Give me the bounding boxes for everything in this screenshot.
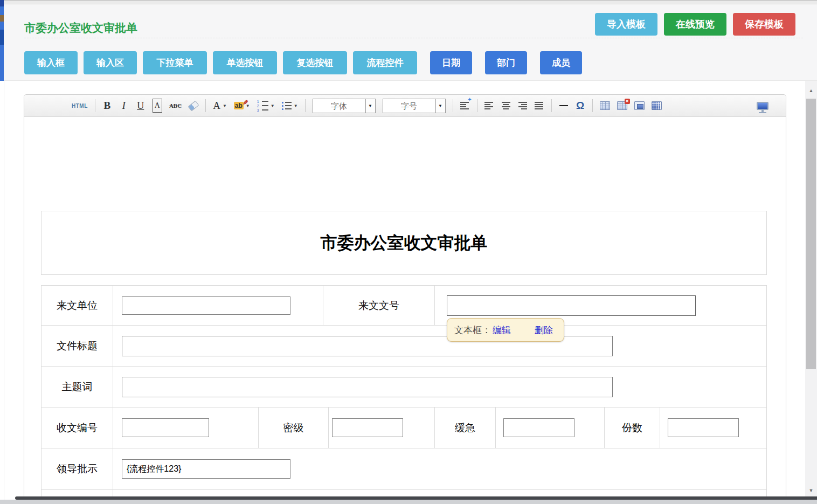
table-row: 文件标题 — [41, 326, 766, 367]
unordered-list-icon[interactable]: ▼ — [282, 99, 298, 113]
control-tooltip: 文本框： 编辑 删除 — [447, 318, 564, 342]
table-row: 主题词 — [41, 367, 766, 408]
toolbar-separator — [205, 99, 206, 112]
underline-icon[interactable]: U — [136, 99, 146, 113]
scrollbar-thumb[interactable] — [806, 99, 816, 369]
label-shouwen-bianhao: 收文编号 — [41, 408, 113, 448]
page-header: 市委办公室收文审批单 导入模板 在线预览 保存模板 输入框 输入区 下拉菜单 单… — [4, 4, 817, 81]
lingdao-pishi-input[interactable] — [122, 459, 290, 479]
input-box-button[interactable]: 输入框 — [24, 51, 78, 74]
cell — [113, 408, 259, 448]
left-edge-segment — [0, 0, 4, 6]
checkbox-button[interactable]: 复选按钮 — [283, 51, 347, 74]
edit-link[interactable]: 编辑 — [493, 324, 511, 336]
scroll-down-arrow[interactable]: ▼ — [805, 485, 817, 496]
chevron-down-icon: ▼ — [365, 99, 375, 113]
html-source-icon[interactable]: HTML — [72, 99, 88, 113]
miji-input[interactable] — [332, 418, 403, 437]
cell — [113, 367, 766, 407]
bottom-edge-grey-strip — [0, 500, 817, 504]
toolbar-separator — [477, 99, 477, 112]
label-laiwen-danwei: 来文单位 — [41, 286, 113, 325]
cell — [660, 408, 766, 448]
online-preview-button[interactable]: 在线预览 — [664, 13, 726, 36]
shouwen-bianhao-input[interactable] — [122, 418, 209, 437]
eraser-shape — [188, 100, 199, 111]
align-right-icon[interactable] — [518, 99, 528, 113]
document-title-cell: 市委办公室收文审批单 — [41, 211, 767, 275]
eraser-icon[interactable] — [189, 99, 198, 113]
form-table: 来文单位 来文文号 文件标题 主题词 — [41, 285, 767, 499]
font-size-select[interactable]: 字号 ▼ — [383, 99, 446, 113]
editor-toolbar: HTML B I U A ABC A▼ ab▼ 1 2 3 ▼ ▼ 字体 ▼ — [24, 95, 786, 117]
font-color-icon[interactable]: A▼ — [213, 99, 227, 113]
vertical-scrollbar[interactable]: ▲ ▼ — [805, 81, 817, 504]
horizontal-rule-icon[interactable] — [559, 99, 569, 113]
cell — [496, 408, 605, 448]
page-left-border — [4, 81, 4, 504]
page-title: 市委办公室收文审批单 — [24, 20, 137, 36]
bold-icon[interactable]: B — [102, 99, 112, 113]
input-area-button[interactable]: 输入区 — [84, 51, 137, 74]
date-button[interactable]: 日期 — [430, 51, 472, 74]
editor-content[interactable]: 市委办公室收文审批单 来文单位 来文文号 文件标题 — [24, 117, 786, 499]
style-box-icon[interactable]: A — [153, 99, 162, 113]
table-grid-icon[interactable] — [652, 99, 662, 113]
label-zhutici: 主题词 — [41, 367, 113, 407]
special-char-icon[interactable]: Ω — [576, 99, 585, 113]
left-edge-strip — [0, 0, 4, 81]
toolbar-separator — [95, 99, 95, 112]
label-huanji: 缓急 — [435, 408, 496, 448]
toolbar-separator — [551, 99, 552, 112]
radio-button[interactable]: 单选按钮 — [213, 51, 277, 74]
flow-control-button[interactable]: 流程控件 — [353, 51, 417, 74]
laiwen-wenhao-input[interactable] — [447, 295, 696, 316]
left-edge-segment — [0, 15, 4, 22]
table-row: 来文单位 来文文号 — [41, 286, 766, 326]
cell — [113, 286, 323, 325]
widget-toolbar: 输入框 输入区 下拉菜单 单选按钮 复选按钮 流程控件 日期 部门 成员 — [24, 51, 582, 74]
font-family-select[interactable]: 字体 ▼ — [313, 99, 376, 113]
highlight-icon[interactable]: ab▼ — [234, 99, 250, 113]
dropdown-button[interactable]: 下拉菜单 — [143, 51, 207, 74]
dashed-separator — [24, 38, 803, 38]
strikethrough-icon[interactable]: ABC — [169, 99, 182, 113]
insert-table-icon[interactable] — [600, 99, 610, 113]
document-title: 市委办公室收文审批单 — [321, 232, 488, 254]
cell — [113, 326, 766, 366]
cell — [329, 408, 435, 448]
left-edge-segment — [0, 30, 4, 45]
label-wenjian-biaoti: 文件标题 — [41, 326, 113, 366]
chevron-down-icon: ▼ — [271, 103, 275, 108]
fenshu-input[interactable] — [668, 418, 739, 437]
laiwen-danwei-input[interactable] — [122, 296, 290, 315]
huanji-input[interactable] — [503, 418, 574, 437]
chevron-down-icon: ▼ — [294, 103, 298, 108]
label-fenshu: 份数 — [605, 408, 660, 448]
delete-table-icon[interactable] — [617, 99, 627, 113]
save-template-button[interactable]: 保存模板 — [733, 13, 795, 36]
label-lingdao-pishi: 领导批示 — [41, 448, 113, 489]
italic-icon[interactable]: I — [119, 99, 129, 113]
align-left-icon[interactable] — [484, 99, 494, 113]
chevron-down-icon: ▼ — [435, 99, 445, 113]
chevron-down-icon: ▼ — [223, 103, 227, 108]
align-justify-icon[interactable] — [535, 99, 544, 113]
header-actions: 导入模板 在线预览 保存模板 — [595, 13, 795, 36]
scroll-up-arrow[interactable]: ▲ — [805, 85, 817, 96]
fullscreen-icon[interactable] — [757, 99, 776, 113]
ordered-list-icon[interactable]: 1 2 3 ▼ — [257, 99, 275, 113]
label-miji: 密级 — [259, 408, 329, 448]
table-cell-icon[interactable] — [634, 99, 645, 113]
toolbar-separator — [453, 99, 453, 112]
import-template-button[interactable]: 导入模板 — [595, 13, 657, 36]
toolbar-separator — [592, 99, 593, 112]
zhutici-input[interactable] — [122, 377, 613, 397]
member-button[interactable]: 成员 — [540, 51, 582, 74]
align-center-icon[interactable] — [501, 99, 511, 113]
tooltip-label: 文本框： — [454, 324, 491, 336]
delete-link[interactable]: 删除 — [535, 324, 553, 336]
rich-text-editor: HTML B I U A ABC A▼ ab▼ 1 2 3 ▼ ▼ 字体 ▼ — [24, 94, 786, 499]
department-button[interactable]: 部门 — [485, 51, 527, 74]
indent-icon[interactable]: ✦ — [460, 99, 470, 113]
